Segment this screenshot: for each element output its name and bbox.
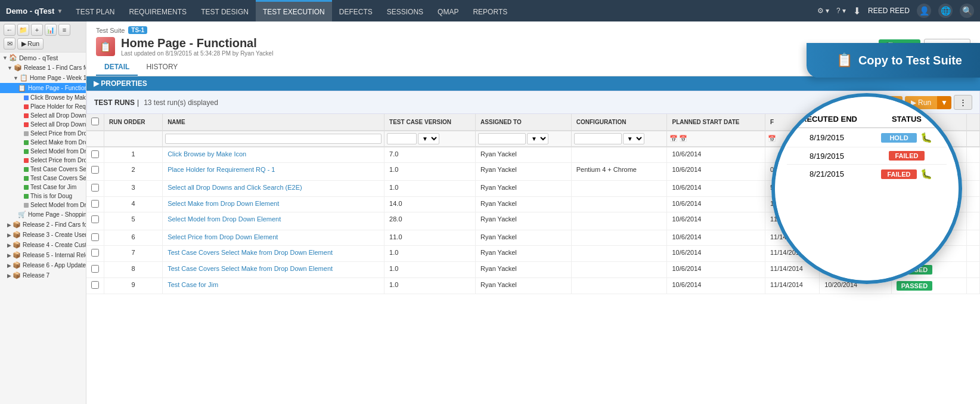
row-name-link[interactable]: Select Model from Drop Down Element — [168, 215, 281, 223]
row-checkbox-cell — [86, 197, 104, 212]
tab-detail[interactable]: DETAIL — [96, 59, 138, 76]
tree-select-all1[interactable]: Select all Drop Downs and Click Search — [0, 111, 86, 120]
row-name-link[interactable]: Select Make from Drop Down Element — [168, 200, 279, 207]
filter-planned-calendar-icon[interactable]: 📅 — [669, 135, 678, 143]
more-options-button[interactable]: ⋮ — [954, 95, 972, 110]
tree-week1[interactable]: ▼ 📋 Home Page - Week 1 System Testing — [0, 73, 86, 83]
tab-history[interactable]: HISTORY — [138, 59, 186, 76]
filter-planned-calendar2-icon[interactable]: 📅 — [679, 135, 687, 143]
nav-test-execution[interactable]: TEST EXECUTION — [256, 0, 332, 21]
row-checkbox[interactable] — [91, 184, 99, 192]
filter-f-calendar-icon[interactable]: 📅 — [768, 135, 776, 142]
tree-release1[interactable]: ▼ 📦 Release 1 - Find Cars for Sale Searc… — [0, 63, 86, 73]
row-config — [571, 181, 667, 197]
brand-logo[interactable]: Demo - qTest ▼ — [6, 7, 69, 16]
row-name-link[interactable]: Test Case Covers Select Make from Drop D… — [168, 265, 333, 272]
filter-name-input[interactable] — [165, 134, 382, 144]
tree-release3[interactable]: ▶ 📦 Release 3 - Create User Profile — [0, 230, 86, 240]
brand-dropdown-arrow[interactable]: ▼ — [57, 8, 63, 14]
row-checkbox[interactable] — [91, 150, 99, 158]
row-checkbox[interactable] — [91, 265, 99, 273]
row-name: Select all Drop Downs and Click Search (… — [163, 181, 384, 197]
row-checkbox[interactable] — [91, 281, 99, 289]
user-avatar[interactable]: 👤 — [917, 4, 931, 18]
tree-model2[interactable]: Select Model from Drop Down Element — [0, 201, 86, 209]
tree-functional[interactable]: 📋 Home Page - Functional — [0, 83, 86, 93]
toolbar-add-btn[interactable]: + — [31, 24, 43, 36]
copy-to-test-suite-banner[interactable]: 📋 Copy to Test Suite — [807, 43, 980, 78]
help-icon[interactable]: ? ▾ — [836, 7, 846, 15]
sidebar: ← 📁 + 📊 ≡ ✉ ▶Run ▼ 🏠 Demo - qTest ▼ 📦 Re… — [0, 21, 86, 404]
tree-release2[interactable]: ▶ 📦 Release 2 - Find Cars for Sale Searc… — [0, 220, 86, 230]
globe-icon[interactable]: 🌐 — [938, 4, 953, 18]
run-dropdown-button[interactable]: ▼ — [937, 96, 951, 109]
row-checkbox[interactable] — [91, 215, 99, 223]
tree-price1[interactable]: Select Price from Drop Down Element — [0, 129, 86, 138]
col-version-header[interactable]: TEST CASE VERSION — [384, 114, 476, 131]
tree-release5[interactable]: ▶ 📦 Release 5 - Internal Release 5.2 — [0, 250, 86, 260]
row-name-link[interactable]: Test Case for Jim — [168, 281, 218, 288]
tree-doug[interactable]: This is for Doug — [0, 192, 86, 201]
tree-placeholder[interactable]: Place Holder for Requirement RQ - 1 — [0, 102, 86, 111]
row-checkbox[interactable] — [91, 200, 99, 208]
search-nav-icon[interactable]: 🔍 — [960, 4, 974, 18]
filter-config-select[interactable]: ▼ — [623, 133, 644, 144]
col-assigned-header[interactable]: ASSIGNED TO — [476, 114, 572, 131]
row-version: 14.0 — [384, 197, 476, 212]
nav-test-design[interactable]: TEST DESIGN — [194, 0, 256, 21]
tree-price2[interactable]: Select Price from Drop Down Element — [0, 156, 86, 165]
tree-jim[interactable]: Test Case for Jim — [0, 183, 86, 192]
nav-requirements[interactable]: REQUIREMENTS — [122, 0, 194, 21]
toolbar-list-btn[interactable]: ≡ — [58, 24, 70, 36]
tree-covers1[interactable]: Test Case Covers Select Make from Dr — [0, 165, 86, 174]
row-planned-start: 10/6/2014 — [667, 197, 765, 212]
toolbar-run-btn[interactable]: ▶Run — [17, 38, 44, 50]
filter-version-input[interactable] — [387, 133, 417, 144]
tree-root[interactable]: ▼ 🏠 Demo - qTest — [0, 53, 86, 63]
row-config — [571, 278, 667, 294]
row-name-link[interactable]: Select Price from Drop Down Element — [168, 233, 278, 240]
col-config-header[interactable]: CONFIGURATION — [571, 114, 667, 131]
row-checkbox[interactable] — [91, 233, 99, 241]
nav-qmap[interactable]: QMAP — [430, 0, 466, 21]
nav-defects[interactable]: DEFECTS — [332, 0, 380, 21]
col-run-order-header[interactable]: RUN ORDER — [104, 114, 163, 131]
nav-test-plan[interactable]: TEST PLAN — [69, 0, 122, 21]
nav-reports[interactable]: REPORTS — [466, 0, 514, 21]
row-name-link[interactable]: Test Case Covers Select Make from Drop D… — [168, 249, 333, 256]
download-icon[interactable]: ⬇ — [853, 5, 861, 17]
toolbar-folder-btn[interactable]: 📁 — [17, 24, 29, 36]
row-checkbox[interactable] — [91, 249, 99, 257]
filter-assigned-input[interactable] — [478, 133, 526, 144]
tree-click-browse[interactable]: Click Browse by Make Icon — [0, 93, 86, 102]
col-planned-header[interactable]: PLANNED START DATE — [667, 114, 765, 131]
tree-make1[interactable]: Select Make from Drop Down Element — [0, 138, 86, 147]
properties-bar[interactable]: ▶ PROPERTIES — [86, 76, 980, 91]
row-run-order: 6 — [104, 230, 163, 246]
tree-covers2[interactable]: Test Case Covers Select Make from Dr — [0, 174, 86, 183]
nav-sessions[interactable]: SESSIONS — [380, 0, 430, 21]
filter-config-input[interactable] — [574, 133, 622, 144]
row-actions — [967, 147, 980, 163]
tree-shopping-cart[interactable]: 🛒 Home Page - Shopping Cart — [0, 209, 86, 220]
tree-release4[interactable]: ▶ 📦 Release 4 - Create Custom Search — [0, 240, 86, 250]
filter-assigned-select[interactable]: ▼ — [527, 133, 548, 144]
row-name-link[interactable]: Place Holder for Requirement RQ - 1 — [168, 166, 275, 173]
row-version: 7.0 — [384, 147, 476, 163]
tree-release7[interactable]: ▶ 📦 Release 7 — [0, 270, 86, 280]
row-assigned: Ryan Yackel — [476, 230, 572, 246]
toolbar-chart-btn[interactable]: 📊 — [45, 24, 57, 36]
row-checkbox[interactable] — [91, 166, 99, 174]
row-name-link[interactable]: Click Browse by Make Icon — [168, 150, 246, 158]
tree-model1[interactable]: Select Model from Drop Down Element — [0, 147, 86, 156]
toolbar-back-btn[interactable]: ← — [4, 24, 15, 36]
toolbar-email-btn[interactable]: ✉ — [4, 38, 15, 50]
select-all-checkbox[interactable] — [91, 118, 99, 125]
filter-version-select[interactable]: ▼ — [418, 133, 439, 144]
row-name: Select Make from Drop Down Element — [163, 197, 384, 212]
row-name-link[interactable]: Select all Drop Downs and Click Search (… — [168, 184, 302, 191]
tree-release6[interactable]: ▶ 📦 Release 6 - App Update — [0, 260, 86, 270]
settings-icon[interactable]: ⚙ ▾ — [817, 7, 829, 15]
col-name-header[interactable]: NAME — [163, 114, 384, 131]
tree-select-all2[interactable]: Select all Drop Downs and Click Search — [0, 120, 86, 129]
